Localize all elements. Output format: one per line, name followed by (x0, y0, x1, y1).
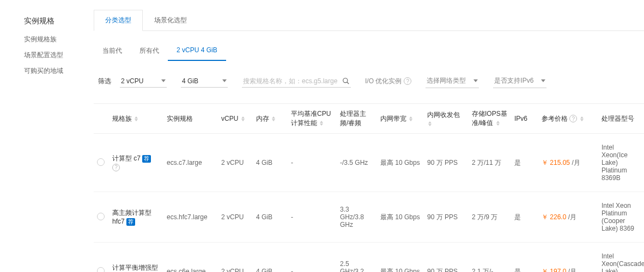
cell-iops: 2.1 万/- (469, 243, 511, 273)
col-freq: 处理器主频/睿频 (337, 104, 377, 134)
cell-vcpu: 2 vCPU (218, 134, 253, 192)
cell-ipv6: 是 (511, 192, 538, 243)
search-input-wrap (242, 75, 351, 88)
cell-spec: ecs.c6e.large (163, 243, 218, 273)
filter-mem-select[interactable]: 4 GiB (181, 75, 228, 88)
sidebar-item[interactable]: 可购买的地域 (24, 66, 94, 76)
table-wrap: 规格族 实例规格 vCPU 内存 平均基准CPU计算性能 处理器主频/睿频 内网… (94, 103, 644, 272)
cell-iops: 2 万/9 万 (469, 192, 511, 243)
cell-family: 计算型 c7 荐 ? (109, 134, 163, 192)
col-mem[interactable]: 内存 (253, 104, 288, 134)
tab-inner[interactable]: 当前代 (94, 42, 131, 61)
tab-inner[interactable]: 所有代 (131, 42, 168, 61)
cell-base: - (288, 134, 337, 192)
cell-iops: 2 万/11 万 (469, 134, 511, 192)
help-icon[interactable]: ? (112, 164, 120, 171)
help-icon[interactable]: ? (404, 77, 411, 85)
sidebar-item[interactable]: 实例规格族 (24, 35, 94, 44)
sort-icon (272, 116, 275, 121)
sidebar-item[interactable]: 场景配置选型 (24, 51, 94, 60)
filter-nettype-select[interactable]: 选择网络类型 (426, 74, 479, 88)
col-pps[interactable]: 内网收发包 (424, 104, 469, 134)
caret-down-icon (541, 79, 545, 82)
cell-vcpu: 2 vCPU (218, 192, 253, 243)
col-price[interactable]: 参考价格 ? (538, 104, 598, 134)
filter-ipv6-select[interactable]: 是否支持IPv6 (493, 74, 546, 88)
col-spec: 实例规格 (163, 104, 218, 134)
cell-bw: 最高 10 Gbps (377, 134, 424, 192)
cell-price: ￥ 226.0 /月 (538, 192, 598, 243)
sort-icon (241, 116, 245, 121)
col-vcpu[interactable]: vCPU (218, 104, 253, 134)
cell-family: 高主频计算型 hfc7 荐 (109, 192, 163, 243)
instance-table: 规格族 实例规格 vCPU 内存 平均基准CPU计算性能 处理器主频/睿频 内网… (94, 103, 644, 272)
radio-select[interactable] (97, 158, 105, 166)
cell-freq: -/3.5 GHz (337, 134, 377, 192)
search-input[interactable] (243, 77, 342, 85)
sort-icon (428, 121, 432, 126)
cell-freq: 3.3 GHz/3.8 GHz (337, 192, 377, 243)
table-row[interactable]: 高主频计算型 hfc7 荐ecs.hfc7.large2 vCPU4 GiB-3… (94, 192, 644, 243)
cell-cpu: Intel Xeon(Cascade Lake) Platinum 8269CY (598, 243, 644, 273)
caret-down-icon (161, 79, 166, 82)
filter-row: 筛选 2 vCPU 4 GiB I/O 优化实例 ? 选择网络类型 (94, 74, 644, 88)
sort-icon (496, 121, 500, 126)
cell-base: - (288, 243, 337, 273)
filter-vcpu-value: 2 vCPU (121, 77, 143, 85)
cell-bw: 最高 10 Gbps (377, 243, 424, 273)
cell-mem: 4 GiB (253, 192, 288, 243)
filter-nettype-value: 选择网络类型 (427, 76, 466, 85)
tab-outer[interactable]: 场景化选型 (143, 10, 198, 30)
cell-mem: 4 GiB (253, 134, 288, 192)
cell-spec: ecs.hfc7.large (163, 192, 218, 243)
cell-cpu: Intel Xeon(Ice Lake) Platinum 8369B (598, 134, 644, 192)
help-icon[interactable]: ? (569, 115, 577, 122)
radio-select[interactable] (97, 213, 105, 220)
sort-icon (320, 121, 323, 126)
cell-family: 计算平衡增强型 c6e (109, 243, 163, 273)
filter-ipv6-value: 是否支持IPv6 (494, 76, 533, 85)
col-bw[interactable]: 内网带宽 (377, 104, 424, 134)
caret-down-icon (473, 79, 478, 82)
col-ipv6: IPv6 (511, 104, 538, 134)
col-cpu: 处理器型号 (598, 104, 644, 134)
filter-mem-value: 4 GiB (182, 77, 198, 85)
sidebar: 实例规格 实例规格族场景配置选型可购买的地域 (0, 0, 94, 272)
cell-price: ￥ 197.0 /月 (538, 243, 598, 273)
cell-price: ￥ 215.05 /月 (538, 134, 598, 192)
sidebar-title: 实例规格 (24, 16, 94, 26)
svg-line-1 (347, 82, 349, 84)
cell-base: - (288, 192, 337, 243)
cell-mem: 4 GiB (253, 243, 288, 273)
filter-io-opt: I/O 优化实例 ? (365, 77, 411, 86)
cell-freq: 2.5 GHz/3.2 GHz (337, 243, 377, 273)
main: 分类选型场景化选型 当前代所有代2 vCPU 4 GiB 筛选 2 vCPU 4… (94, 0, 644, 272)
cell-bw: 最高 10 Gbps (377, 192, 424, 243)
cell-pps: 90 万 PPS (424, 134, 469, 192)
caret-down-icon (222, 79, 227, 82)
recommend-badge: 荐 (142, 155, 151, 163)
search-icon[interactable] (342, 77, 350, 85)
tab-inner[interactable]: 2 vCPU 4 GiB (168, 42, 226, 61)
filter-vcpu-select[interactable]: 2 vCPU (120, 75, 167, 88)
sort-icon (580, 116, 584, 121)
svg-point-0 (343, 78, 348, 82)
col-base[interactable]: 平均基准CPU计算性能 (288, 104, 337, 134)
col-iops[interactable]: 存储IOPS基准/峰值 (469, 104, 511, 134)
table-header-row: 规格族 实例规格 vCPU 内存 平均基准CPU计算性能 处理器主频/睿频 内网… (94, 104, 644, 134)
filter-io-opt-label: I/O 优化实例 (365, 77, 402, 86)
table-row[interactable]: 计算型 c7 荐 ?ecs.c7.large2 vCPU4 GiB--/3.5 … (94, 134, 644, 192)
cell-cpu: Intel Xeon Platinum (Cooper Lake) 8369 (598, 192, 644, 243)
table-row[interactable]: 计算平衡增强型 c6eecs.c6e.large2 vCPU4 GiB-2.5 … (94, 243, 644, 273)
recommend-badge: 荐 (126, 218, 135, 226)
tabs-inner: 当前代所有代2 vCPU 4 GiB (94, 42, 644, 61)
sort-icon (409, 116, 412, 121)
radio-select[interactable] (97, 267, 105, 273)
filter-label: 筛选 (98, 77, 111, 86)
tab-outer[interactable]: 分类选型 (94, 10, 143, 31)
cell-spec: ecs.c7.large (163, 134, 218, 192)
cell-pps: 90 万 PPS (424, 192, 469, 243)
col-family[interactable]: 规格族 (109, 104, 163, 134)
cell-ipv6: 是 (511, 243, 538, 273)
cell-pps: 90 万 PPS (424, 243, 469, 273)
